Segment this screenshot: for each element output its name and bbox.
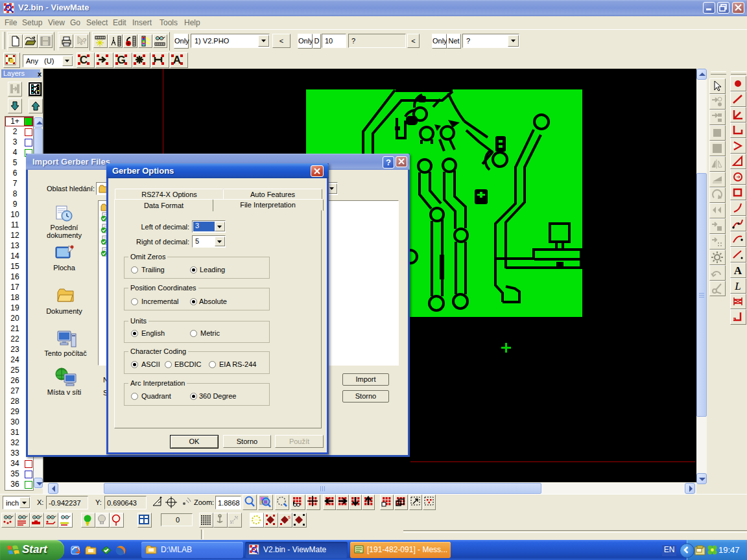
svg-text:?: ? — [82, 37, 87, 45]
svg-text:G: G — [117, 54, 125, 65]
svg-text:C: C — [80, 54, 88, 65]
svg-text:A: A — [173, 54, 181, 65]
svg-text:s: s — [288, 514, 290, 520]
svg-text:L: L — [734, 280, 741, 292]
svg-text:A: A — [734, 264, 742, 277]
